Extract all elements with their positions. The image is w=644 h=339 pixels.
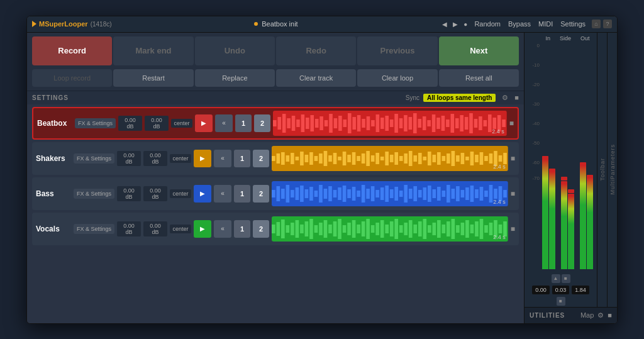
record-button[interactable]: Record	[32, 36, 112, 65]
nav-prev-btn[interactable]: ◀	[440, 20, 449, 28]
fx-settings-bass[interactable]: FX & Settings	[74, 189, 114, 199]
nav-next-btn[interactable]: ▶	[451, 20, 460, 28]
delete-shakers[interactable]: ■	[511, 154, 515, 163]
svg-rect-113	[319, 185, 323, 203]
util-settings-btn[interactable]: ⚙	[597, 311, 604, 320]
svg-rect-73	[371, 155, 375, 162]
redo-button[interactable]: Redo	[276, 36, 356, 65]
meter-ctrl-bottom[interactable]: ■	[557, 297, 565, 306]
play-vocals[interactable]: ▶	[194, 220, 211, 238]
rewind-vocals[interactable]: «	[214, 220, 231, 238]
sync-value[interactable]: All loops same length	[423, 94, 496, 102]
loop-record-button[interactable]: Loop record	[32, 69, 112, 87]
mark-end-button[interactable]: Mark end	[113, 36, 193, 65]
svg-rect-183	[409, 220, 413, 238]
svg-rect-125	[375, 190, 379, 197]
next-button[interactable]: Next	[439, 36, 519, 65]
previous-button[interactable]: Previous	[357, 36, 437, 65]
pan-shakers[interactable]: center	[170, 154, 191, 163]
restart-button[interactable]: Restart	[113, 69, 193, 87]
db2-bass[interactable]: 0.00 dB	[143, 186, 167, 201]
db1-bass[interactable]: 0.00 dB	[117, 186, 141, 201]
tick-10: -10	[527, 62, 540, 68]
num1-shakers[interactable]: 1	[234, 150, 250, 167]
toolbar-label: Toolbar	[599, 158, 606, 181]
pan-bass[interactable]: center	[170, 189, 191, 198]
num2-shakers[interactable]: 2	[253, 150, 269, 167]
svg-rect-145	[470, 186, 474, 202]
delete-vocals[interactable]: ■	[511, 225, 515, 233]
app-logo: MSuperLooper	[32, 20, 88, 28]
meter-ctrl-2[interactable]: ■	[562, 274, 570, 283]
home-btn[interactable]: ⌂	[592, 19, 601, 28]
sync-delete-icon[interactable]: ■	[514, 94, 519, 101]
svg-rect-128	[390, 189, 394, 198]
svg-rect-69	[352, 152, 356, 165]
fx-settings-beatbox[interactable]: FX & Settings	[75, 118, 116, 128]
meter-bar-out-r	[587, 175, 593, 269]
svg-rect-27	[394, 114, 398, 133]
svg-rect-157	[286, 225, 290, 233]
num2-vocals[interactable]: 2	[253, 220, 269, 238]
num2-bass[interactable]: 2	[253, 185, 269, 203]
sync-label: Sync	[406, 94, 419, 101]
num1-bass[interactable]: 1	[234, 185, 250, 203]
svg-rect-97	[484, 156, 488, 161]
db2-shakers[interactable]: 0.00 dB	[143, 151, 167, 166]
clear-loop-button[interactable]: Clear loop	[357, 69, 437, 87]
fx-settings-shakers[interactable]: FX & Settings	[74, 153, 114, 164]
svg-rect-12	[325, 120, 328, 126]
meter-val-in[interactable]: 0.00	[532, 286, 550, 294]
bypass-menu-item[interactable]: Bypass	[508, 20, 531, 28]
play-bass[interactable]: ▶	[194, 185, 211, 203]
db2-vocals[interactable]: 0.00 dB	[143, 221, 167, 236]
sync-settings-icon[interactable]: ⚙	[502, 94, 508, 102]
help-btn[interactable]: ?	[603, 19, 612, 28]
replace-button[interactable]: Replace	[195, 69, 275, 87]
delete-bass[interactable]: ■	[511, 189, 515, 198]
meter-val-out[interactable]: 1.84	[572, 286, 589, 294]
db2-beatbox[interactable]: 0.00 dB	[145, 116, 169, 131]
rewind-beatbox[interactable]: «	[215, 114, 233, 132]
svg-rect-171	[352, 220, 356, 238]
fx-settings-vocals[interactable]: FX & Settings	[74, 224, 114, 234]
num2-beatbox[interactable]: 2	[254, 114, 270, 132]
random-menu-item[interactable]: Random	[474, 20, 501, 28]
svg-rect-63	[324, 151, 328, 166]
delete-beatbox[interactable]: ■	[509, 119, 514, 128]
svg-rect-179	[390, 221, 394, 236]
db1-vocals[interactable]: 0.00 dB	[117, 221, 141, 236]
svg-rect-105	[281, 189, 285, 199]
num1-beatbox[interactable]: 1	[235, 114, 252, 132]
play-shakers[interactable]: ▶	[194, 150, 211, 167]
clear-track-button[interactable]: Clear track	[276, 69, 356, 87]
svg-rect-176	[375, 223, 379, 235]
svg-rect-35	[432, 114, 436, 132]
duration-shakers: 2.4 s	[493, 164, 506, 170]
undo-button[interactable]: Undo	[195, 36, 275, 65]
svg-rect-140	[447, 185, 450, 203]
loop-row-bass: Bass FX & Settings 0.00 dB 0.00 dB cente…	[32, 177, 519, 210]
play-beatbox[interactable]: ▶	[195, 114, 213, 132]
svg-rect-14	[334, 118, 338, 128]
meter-values-row: 0.00 0.03 1.84	[525, 284, 597, 296]
util-delete-btn[interactable]: ■	[608, 311, 612, 319]
loop-name-shakers: Shakers	[36, 154, 71, 163]
meter-ctrl-1[interactable]: ▲	[552, 274, 560, 283]
num1-vocals[interactable]: 1	[234, 220, 250, 238]
meter-val-side[interactable]: 0.03	[552, 286, 570, 294]
pan-vocals[interactable]: center	[170, 225, 191, 233]
nav-pin-btn[interactable]: ●	[462, 20, 469, 28]
svg-rect-30	[409, 117, 413, 130]
db1-shakers[interactable]: 0.00 dB	[117, 151, 141, 166]
rewind-shakers[interactable]: «	[214, 150, 231, 167]
settings-label: SETTINGS	[32, 94, 69, 101]
db1-beatbox[interactable]: 0.00 dB	[118, 116, 142, 131]
map-btn[interactable]: Map	[580, 311, 594, 319]
rewind-bass[interactable]: «	[214, 185, 231, 203]
pan-beatbox[interactable]: center	[171, 119, 192, 128]
transport-row: Record Mark end Undo Redo Previous Next	[27, 33, 524, 69]
reset-all-button[interactable]: Reset all	[439, 69, 519, 87]
settings-menu-item[interactable]: Settings	[560, 20, 586, 28]
midi-menu-item[interactable]: MIDI	[538, 20, 553, 28]
